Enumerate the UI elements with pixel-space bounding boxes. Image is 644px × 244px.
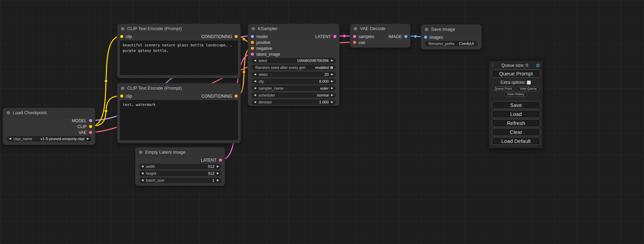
widget-increment-icon[interactable]: ▶ xyxy=(331,101,333,103)
input-pin-samples[interactable] xyxy=(353,35,356,38)
input-pin-latent-image[interactable] xyxy=(251,53,254,56)
slot-label: positive xyxy=(256,40,271,45)
input-pin-model[interactable] xyxy=(251,35,254,38)
node-vae-decode[interactable]: VAE Decode samples IMAGE vae xyxy=(350,24,411,48)
widget-height[interactable]: ◀ height 512 ▶ xyxy=(139,171,221,176)
extra-options-checkbox[interactable] xyxy=(527,81,531,84)
output-slot-vae: VAE xyxy=(3,129,95,135)
slot-label: VAE xyxy=(79,130,87,135)
widget-decrement-icon[interactable]: ◀ xyxy=(141,179,143,182)
toggle-enabled-dot[interactable] xyxy=(330,66,333,69)
node-collapse-dot[interactable] xyxy=(139,151,142,154)
widget-denoise[interactable]: ◀ denoise 1.000 ▶ xyxy=(252,99,336,105)
graph-canvas[interactable]: Load Checkpoint MODEL CLIP VAE ◀ ckpt_na… xyxy=(0,0,644,244)
node-collapse-dot[interactable] xyxy=(121,87,124,90)
node-collapse-dot[interactable] xyxy=(7,111,10,115)
node-title-bar[interactable]: CLIP Text Encode (Prompt) xyxy=(117,83,240,93)
widget-decrement-icon[interactable]: ◀ xyxy=(254,59,256,62)
input-pin-positive[interactable] xyxy=(251,41,254,44)
widget-decrement-icon[interactable]: ◀ xyxy=(9,137,11,140)
output-pin-clip[interactable] xyxy=(89,125,92,128)
widget-decrement-icon[interactable]: ◀ xyxy=(254,87,256,90)
view-queue-button[interactable]: View Queue xyxy=(517,87,540,91)
node-title-bar[interactable]: VAE Decode xyxy=(350,24,410,34)
node-load-checkpoint[interactable]: Load Checkpoint MODEL CLIP VAE ◀ ckpt_na… xyxy=(3,108,95,145)
input-pin-vae[interactable] xyxy=(353,41,356,44)
widget-cfg[interactable]: ◀ cfg 8.000 ▶ xyxy=(252,79,336,84)
widget-value: 1.000 xyxy=(319,100,329,104)
slot-label: LATENT xyxy=(201,158,217,163)
widget-sampler-name[interactable]: ◀ sampler_name euler ▶ xyxy=(252,85,336,91)
widget-scheduler[interactable]: ◀ scheduler normal ▶ xyxy=(252,92,336,98)
widget-label: seed xyxy=(258,58,267,63)
slot-label: clip xyxy=(126,94,132,99)
output-pin-image[interactable] xyxy=(404,35,407,38)
node-title: VAE Decode xyxy=(360,26,385,31)
widget-decrement-icon[interactable]: ◀ xyxy=(254,94,256,97)
input-pin-clip[interactable] xyxy=(120,94,123,98)
queue-front-button[interactable]: Queue Front xyxy=(492,87,515,91)
node-title-bar[interactable]: Load Checkpoint xyxy=(3,108,95,118)
node-empty-latent-image[interactable]: Empty Latent Image LATENT ◀ width 512 ▶ … xyxy=(135,147,225,186)
widget-decrement-icon[interactable]: ◀ xyxy=(141,172,143,175)
output-pin-latent[interactable] xyxy=(219,159,222,162)
node-ksampler[interactable]: KSampler model LATENT positive negative … xyxy=(248,24,339,106)
settings-gear-icon[interactable]: ⚙ xyxy=(536,63,540,68)
extra-options-label: Extra options xyxy=(501,80,525,85)
output-pin-vae[interactable] xyxy=(89,131,92,134)
node-title-bar[interactable]: CLIP Text Encode (Prompt) xyxy=(117,24,240,34)
widget-value: enabled xyxy=(315,65,329,70)
widget-increment-icon[interactable]: ▶ xyxy=(331,59,333,62)
clear-button[interactable]: Clear xyxy=(492,128,540,136)
widget-random-seed-toggle[interactable]: Random seed after every gen enabled xyxy=(252,65,336,70)
node-title-bar[interactable]: KSampler xyxy=(248,24,339,34)
view-history-button[interactable]: View History xyxy=(504,92,527,97)
drag-handle-icon[interactable]: ⣿ xyxy=(491,64,494,67)
input-pin-clip[interactable] xyxy=(120,35,123,38)
widget-increment-icon[interactable]: ▶ xyxy=(217,179,219,182)
prompt-textarea[interactable]: text, watermark xyxy=(120,100,238,140)
node-collapse-dot[interactable] xyxy=(121,27,124,30)
widget-filename-prefix[interactable]: filename_prefix ComfyUI xyxy=(425,41,478,46)
widget-increment-icon[interactable]: ▶ xyxy=(217,172,219,175)
load-button[interactable]: Load xyxy=(492,110,540,118)
widget-decrement-icon[interactable]: ◀ xyxy=(141,165,143,168)
input-pin-negative[interactable] xyxy=(251,47,254,50)
widget-seed[interactable]: ◀ seed 156680208700286 ▶ xyxy=(252,58,336,63)
slot-label: model xyxy=(256,34,268,39)
node-collapse-dot[interactable] xyxy=(354,27,357,30)
widget-decrement-icon[interactable]: ◀ xyxy=(254,73,256,76)
output-pin-latent[interactable] xyxy=(333,35,336,38)
output-pin-conditioning[interactable] xyxy=(235,94,238,98)
node-title-bar[interactable]: Save Image xyxy=(421,25,481,34)
widget-increment-icon[interactable]: ▶ xyxy=(217,165,219,168)
widget-value: 20 xyxy=(325,72,329,76)
output-pin-conditioning[interactable] xyxy=(235,35,238,38)
widget-label: steps xyxy=(258,72,267,76)
widget-increment-icon[interactable]: ▶ xyxy=(331,87,333,90)
widget-increment-icon[interactable]: ▶ xyxy=(87,137,89,140)
widget-increment-icon[interactable]: ▶ xyxy=(331,80,333,83)
node-clip-text-encode-negative[interactable]: CLIP Text Encode (Prompt) clip CONDITION… xyxy=(117,83,241,143)
input-pin-images[interactable] xyxy=(424,36,427,39)
load-default-button[interactable]: Load Default xyxy=(492,137,540,145)
prompt-textarea[interactable]: beautiful scenery nature glass bottle la… xyxy=(120,40,238,75)
widget-ckpt-name[interactable]: ◀ ckpt_name v1-5-pruned-emaonly.ckpt ▶ xyxy=(7,136,91,142)
widget-steps[interactable]: ◀ steps 20 ▶ xyxy=(252,72,336,77)
node-collapse-dot[interactable] xyxy=(425,28,428,31)
widget-increment-icon[interactable]: ▶ xyxy=(331,94,333,97)
slot-label: LATENT xyxy=(315,34,331,39)
widget-batch-size[interactable]: ◀ batch_size 1 ▶ xyxy=(139,178,221,183)
widget-increment-icon[interactable]: ▶ xyxy=(331,73,333,76)
output-pin-model[interactable] xyxy=(89,119,92,122)
node-title-bar[interactable]: Empty Latent Image xyxy=(135,147,225,157)
node-collapse-dot[interactable] xyxy=(252,27,255,30)
node-save-image[interactable]: Save Image images filename_prefix ComfyU… xyxy=(421,24,482,49)
queue-prompt-button[interactable]: Queue Prompt xyxy=(492,70,540,78)
refresh-button[interactable]: Refresh xyxy=(492,119,540,127)
save-button[interactable]: Save xyxy=(492,101,540,109)
node-clip-text-encode-positive[interactable]: CLIP Text Encode (Prompt) clip CONDITION… xyxy=(117,24,241,78)
widget-width[interactable]: ◀ width 512 ▶ xyxy=(139,164,221,169)
widget-decrement-icon[interactable]: ◀ xyxy=(254,101,256,103)
widget-decrement-icon[interactable]: ◀ xyxy=(254,80,256,83)
